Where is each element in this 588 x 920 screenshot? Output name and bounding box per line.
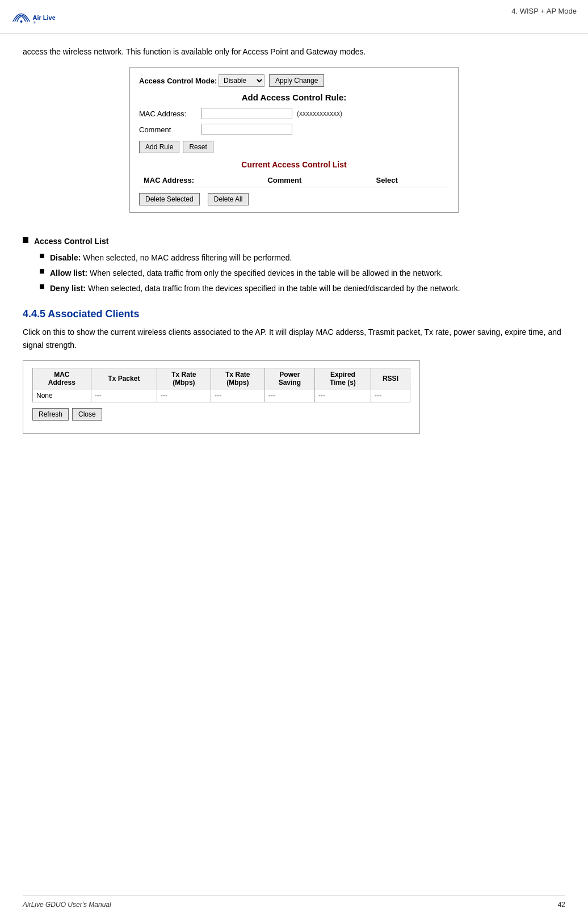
mac-address-input[interactable] (201, 108, 292, 119)
section-445-heading: 4.4.5 Associated Clients (23, 308, 565, 320)
cell-rssi: --- (371, 389, 410, 402)
comment-row: Comment (139, 124, 449, 135)
cell-power-saving: --- (264, 389, 314, 402)
col-rssi: RSSI (371, 368, 410, 389)
svg-point-0 (20, 20, 23, 23)
airlive-logo: Air Live ® (11, 5, 74, 30)
clients-panel: MACAddress Tx Packet Tx Rate(Mbps) Tx Ra… (23, 360, 420, 434)
add-rule-title: Add Access Control Rule: (139, 93, 449, 102)
col-select: Select (371, 174, 449, 187)
comment-label: Comment (139, 125, 201, 134)
mac-address-row: MAC Address: (xxxxxxxxxxxx) (139, 108, 449, 119)
deny-description: When selected, data traffic from the dev… (88, 284, 460, 293)
bullet-main-acl: Access Control List (23, 236, 565, 247)
chapter-title: 4. WISP + AP Mode (511, 5, 577, 15)
col-tx-rate-1: Tx Rate(Mbps) (157, 368, 211, 389)
page-header: Air Live ® 4. WISP + AP Mode (0, 0, 588, 34)
allow-term: Allow list: (50, 268, 87, 278)
refresh-button[interactable]: Refresh (32, 408, 69, 421)
access-control-table: MAC Address: Comment Select (139, 174, 449, 187)
cell-tx-rate-2: --- (211, 389, 264, 402)
bullet-disable: Disable: When selected, no MAC address f… (40, 252, 565, 264)
comment-input[interactable] (201, 124, 292, 135)
footer-page-number: 42 (558, 901, 565, 909)
acl-main-term: Access Control List (34, 237, 108, 246)
col-mac-address: MACAddress (33, 368, 91, 389)
bullet-allow: Allow list: When selected, data traffic … (40, 267, 565, 279)
col-comment: Comment (263, 174, 371, 187)
col-power-saving: PowerSaving (264, 368, 314, 389)
rule-buttons-row: Add Rule Reset (139, 141, 449, 153)
col-mac: MAC Address: (139, 174, 263, 187)
footer-manual-label: AirLive GDUO User's Manual (23, 901, 111, 909)
col-tx-packet: Tx Packet (91, 368, 157, 389)
section-445-description: Click on this to show the current wirele… (23, 326, 565, 351)
disable-text: Disable: When selected, no MAC address f… (50, 252, 292, 264)
page-footer: AirLive GDUO User's Manual 42 (23, 896, 565, 909)
bullet-sub-square-icon (40, 254, 44, 258)
acl-main-label: Access Control List (34, 236, 108, 247)
bullet-sub-square-icon-3 (40, 284, 44, 289)
clients-table: MACAddress Tx Packet Tx Rate(Mbps) Tx Ra… (32, 368, 410, 402)
delete-all-button[interactable]: Delete All (208, 193, 249, 205)
disable-description: When selected, no MAC address filtering … (83, 253, 292, 262)
mode-row: Access Control Mode: Disable Allow List … (139, 74, 449, 87)
cell-tx-rate-1: --- (157, 389, 211, 402)
cell-tx-packet: --- (91, 389, 157, 402)
mac-address-label: MAC Address: (139, 110, 201, 118)
bullet-deny: Deny list: When selected, data traffic f… (40, 283, 565, 295)
clients-buttons-row: Refresh Close (32, 408, 410, 421)
delete-buttons-row: Delete Selected Delete All (139, 193, 449, 205)
bullet-section: Access Control List Disable: When select… (23, 236, 565, 295)
col-expired-time: ExpiredTime (s) (314, 368, 371, 389)
close-button[interactable]: Close (72, 408, 102, 421)
allow-text: Allow list: When selected, data traffic … (50, 267, 443, 279)
cell-expired-time: --- (314, 389, 371, 402)
page-content: access the wireless network. This functi… (0, 34, 588, 453)
logo-area: Air Live ® (11, 5, 74, 30)
table-row: None --- --- --- --- --- --- (33, 389, 410, 402)
current-list-title: Current Access Control List (139, 160, 449, 169)
mode-label: Access Control Mode: (139, 77, 219, 85)
deny-term: Deny list: (50, 284, 86, 293)
col-tx-rate-2: Tx Rate(Mbps) (211, 368, 264, 389)
allow-description: When selected, data traffic from only th… (90, 268, 443, 278)
mac-hint: (xxxxxxxxxxxx) (297, 110, 342, 117)
apply-change-button[interactable]: Apply Change (269, 74, 324, 87)
add-rule-button[interactable]: Add Rule (139, 141, 179, 153)
deny-text: Deny list: When selected, data traffic f… (50, 283, 460, 295)
svg-text:®: ® (33, 21, 36, 24)
cell-mac: None (33, 389, 91, 402)
access-control-panel: Access Control Mode: Disable Allow List … (129, 67, 459, 213)
intro-paragraph: access the wireless network. This functi… (23, 45, 565, 58)
svg-text:Air Live: Air Live (33, 14, 56, 21)
delete-selected-button[interactable]: Delete Selected (139, 193, 200, 205)
bullet-sub-square-icon-2 (40, 269, 44, 274)
bullet-square-icon (23, 237, 28, 243)
disable-term: Disable: (50, 253, 81, 262)
access-control-mode-select[interactable]: Disable Allow List Deny List (219, 74, 264, 87)
reset-button[interactable]: Reset (183, 141, 213, 153)
